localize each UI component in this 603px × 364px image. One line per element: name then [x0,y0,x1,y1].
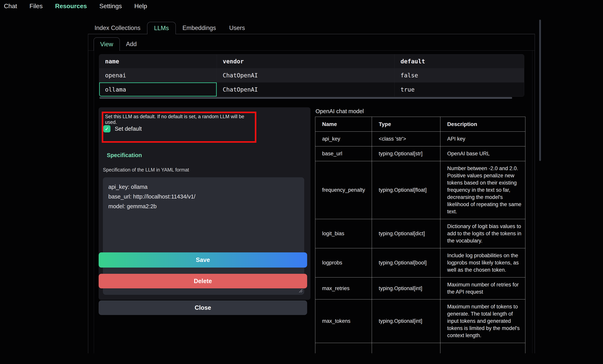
param-row-logit-bias: logit_bias typing.Optional[dict] Diction… [315,219,525,248]
subtab-view[interactable]: View [93,37,120,51]
param-name: logprobs [315,248,372,277]
tab-embeddings[interactable]: Embeddings [176,22,222,34]
param-column-description: Description [441,117,525,132]
param-description: API key [441,132,525,147]
resize-handle-icon[interactable] [298,288,303,293]
param-name: max_tokens [315,299,372,343]
cell-ollama-vendor: ChatOpenAI [217,82,394,96]
param-type: typing.Optional[int] [372,299,441,343]
param-row-max-retries: max_retries typing.Optional[int] Maximum… [315,277,525,299]
param-type: typing.Optional[bool] [372,248,441,277]
param-row-clipped [315,343,525,353]
nav-item-help[interactable]: Help [134,2,147,10]
cell-ollama-default: true [394,82,524,96]
param-column-type: Type [372,117,441,132]
cell-openai-default: false [394,68,524,82]
llm-row-ollama[interactable]: ollama ChatOpenAI true [99,82,524,96]
horizontal-scrollbar-thumb[interactable] [99,97,512,99]
param-name [315,343,372,353]
delete-button[interactable]: Delete [99,274,307,288]
cell-openai-vendor: ChatOpenAI [217,68,394,82]
param-row-frequency-penalty: frequency_penalty typing.Optional[float]… [315,161,525,219]
param-description: Maximum number of retries for the API re… [441,277,525,299]
column-header-default: default [394,55,524,68]
close-button[interactable]: Close [99,300,307,315]
llm-subtabs: View Add [93,37,143,51]
specification-heading: Specification [107,152,142,159]
param-type: typing.Optional[float] [372,161,441,219]
checkbox-checked[interactable]: ✓ [103,125,110,132]
llms-panel: View Add name vendor default openai Chat… [88,34,535,353]
nav-item-resources[interactable]: Resources [55,2,87,10]
column-header-vendor: vendor [217,55,394,68]
param-type: typing.Optional[dict] [372,219,441,248]
llm-table-header-row: name vendor default [99,55,524,68]
vertical-scrollbar-thumb[interactable] [539,20,541,161]
checkmark-icon: ✓ [105,126,109,131]
param-name: frequency_penalty [315,161,372,219]
nav-item-files[interactable]: Files [30,2,43,10]
cell-openai-name[interactable]: openai [99,68,217,82]
param-row-max-tokens: max_tokens typing.Optional[int] Maximum … [315,299,525,343]
param-name: base_url [315,147,372,161]
tab-llms[interactable]: LLMs [147,22,176,34]
subtab-add[interactable]: Add [120,37,143,51]
specification-description: Specification of the LLM in YAML format [103,167,189,173]
param-row-api-key: api_key <class 'str'> API key [315,132,525,147]
param-description: Maximum number of tokens to generate. Th… [441,299,525,343]
param-type: typing.Optional[str] [372,147,441,161]
param-column-name: Name [315,117,372,132]
llm-row-openai[interactable]: openai ChatOpenAI false [99,68,524,82]
param-description: Dictionary of logit bias values to add t… [441,219,525,248]
param-name: api_key [315,132,372,147]
tab-index-collections[interactable]: Index Collections [88,22,147,34]
param-description: Include log probabilities on the logprob… [441,248,525,277]
save-button[interactable]: Save [99,252,307,268]
tab-users[interactable]: Users [222,22,252,34]
param-name: logit_bias [315,219,372,248]
column-header-name: name [99,55,217,68]
param-name: max_retries [315,277,372,299]
set-default-label: Set default [115,125,142,132]
set-default-checkbox[interactable]: ✓ Set default [103,125,142,132]
top-nav: Chat Files Resources Settings Help [0,0,147,12]
params-header-row: Name Type Description [315,117,525,132]
llm-detail-card: Set this LLM as default. If no default i… [99,107,311,300]
model-params-table: Name Type Description api_key <class 'st… [315,117,525,353]
app-window: Chat Files Resources Settings Help Index… [0,0,603,364]
param-description: Number between -2.0 and 2.0. Positive va… [441,161,525,219]
param-description: OpenAI base URL [441,147,525,161]
param-type [372,343,441,353]
view-panel: name vendor default openai ChatOpenAI fa… [94,51,532,353]
param-row-logprobs: logprobs typing.Optional[bool] Include l… [315,248,525,277]
cell-ollama-name-selected[interactable]: ollama [99,82,217,96]
model-params-panel: OpenAI chat model Name Type Description … [315,108,526,353]
nav-item-settings[interactable]: Settings [99,2,122,10]
llm-list-table: name vendor default openai ChatOpenAI fa… [99,54,524,97]
param-type: typing.Optional[int] [372,277,441,299]
nav-item-chat[interactable]: Chat [4,2,17,10]
model-params-title: OpenAI chat model [315,108,526,114]
subtab-divider [88,50,534,51]
default-hint-text: Set this LLM as default. If no default i… [105,114,255,125]
param-row-base-url: base_url typing.Optional[str] OpenAI bas… [315,147,525,161]
param-type: <class 'str'> [372,132,441,147]
param-description [441,343,525,353]
resource-tabs: Index Collections LLMs Embeddings Users [88,22,252,34]
